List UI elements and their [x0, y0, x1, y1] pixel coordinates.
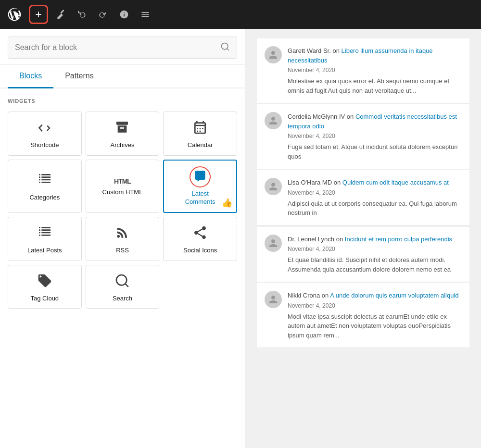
latest-comments-icon: [192, 168, 208, 186]
comment-date: November 4, 2020: [288, 188, 462, 197]
svg-rect-4: [200, 131, 201, 132]
toolbar: +: [0, 0, 481, 29]
comment-author: Lisa O'Hara MD: [288, 179, 332, 186]
tag-cloud-label: Tag Cloud: [31, 295, 59, 303]
tag-cloud-icon: [37, 273, 52, 291]
search-area: [0, 29, 245, 65]
svg-rect-0: [197, 128, 198, 129]
block-calendar[interactable]: Calendar: [163, 112, 237, 156]
comment-list: Garett Ward Sr. on Libero illum assumend…: [257, 38, 469, 349]
comment-item: Garett Ward Sr. on Libero illum assumend…: [257, 38, 469, 103]
block-shortcode[interactable]: Shortcode: [8, 112, 82, 156]
avatar: [265, 178, 282, 195]
edit-button[interactable]: [52, 6, 69, 23]
block-tabs: Blocks Patterns: [0, 65, 245, 88]
latest-posts-icon: [37, 225, 52, 243]
comment-link[interactable]: Incidunt et rem porro culpa perferendis: [345, 236, 452, 243]
rss-label: RSS: [116, 247, 129, 255]
block-tag-cloud[interactable]: Tag Cloud: [8, 265, 82, 309]
main-area: Blocks Patterns WIDGETS Shortcode: [0, 29, 481, 448]
calendar-icon: [192, 120, 208, 137]
custom-html-icon: HTML: [114, 178, 131, 185]
redo-button[interactable]: [94, 6, 112, 23]
block-latest-comments[interactable]: LatestComments 👍: [163, 160, 237, 213]
wp-logo: [6, 6, 23, 23]
block-inserter-panel: Blocks Patterns WIDGETS Shortcode: [0, 29, 245, 448]
svg-rect-3: [197, 131, 198, 132]
blocks-content: WIDGETS Shortcode: [0, 88, 245, 448]
avatar: [265, 46, 282, 63]
comment-author: Nikki Crona: [288, 292, 320, 299]
search-box[interactable]: [8, 37, 237, 59]
comment-text: Et quae blanditiis id. Suscipit nihil et…: [288, 255, 462, 274]
avatar: [265, 112, 282, 129]
archives-icon: [114, 120, 130, 137]
block-custom-html[interactable]: HTML Custom HTML: [86, 160, 160, 213]
comment-date: November 4, 2020: [288, 301, 462, 310]
categories-icon: [37, 172, 52, 190]
comment-date: November 4, 2020: [288, 132, 462, 140]
comment-date: November 4, 2020: [288, 245, 462, 253]
block-social-icons[interactable]: Social Icons: [163, 217, 237, 261]
svg-rect-2: [202, 128, 203, 129]
tab-blocks[interactable]: Blocks: [8, 65, 53, 88]
comment-item: Lisa O'Hara MD on Quidem cum odit itaque…: [257, 170, 469, 226]
comment-author: Dr. Leonel Lynch: [288, 236, 334, 243]
blocks-grid-row4: Tag Cloud Search: [8, 265, 237, 309]
comment-text: Molestiae ex quia quos error et. Ab sequ…: [288, 76, 462, 95]
comment-link[interactable]: Quidem cum odit itaque accusamus at: [342, 179, 449, 186]
comment-date: November 4, 2020: [288, 66, 462, 75]
comment-link[interactable]: A unde dolorum quis earum voluptatem ali…: [330, 292, 458, 299]
blocks-grid-row2: Categories HTML Custom HTML: [8, 160, 237, 213]
archives-label: Archives: [111, 141, 135, 149]
comment-author: Garett Ward Sr.: [288, 47, 331, 54]
social-icons-label: Social Icons: [183, 247, 217, 255]
shortcode-label: Shortcode: [30, 141, 59, 149]
latest-posts-label: Latest Posts: [27, 247, 62, 255]
comment-item: Nikki Crona on A unde dolorum quis earum…: [257, 283, 469, 348]
comment-text: Modi vitae ipsa suscipit delectus at ear…: [288, 312, 462, 340]
avatar: [265, 235, 282, 252]
comment-author: Cordelia McGlynn IV: [288, 113, 345, 120]
add-block-button[interactable]: +: [29, 5, 48, 24]
latest-comments-label: LatestComments: [185, 190, 215, 206]
search-label: Search: [113, 295, 132, 303]
search-block-icon: [114, 273, 130, 291]
info-button[interactable]: [115, 6, 133, 23]
block-categories[interactable]: Categories: [8, 160, 82, 213]
calendar-label: Calendar: [188, 141, 213, 149]
block-rss[interactable]: RSS: [86, 217, 160, 261]
avatar: [265, 291, 282, 308]
categories-label: Categories: [29, 194, 60, 202]
comment-item: Cordelia McGlynn IV on Commodi veritatis…: [257, 104, 469, 169]
search-input[interactable]: [15, 43, 220, 52]
widgets-section-label: WIDGETS: [8, 98, 237, 104]
blocks-grid-row1: Shortcode Archives: [8, 112, 237, 156]
block-search[interactable]: Search: [86, 265, 160, 309]
search-icon: [220, 42, 230, 53]
comment-item: Dr. Leonel Lynch on Incidunt et rem porr…: [257, 227, 469, 283]
comment-text: Fuga sed totam et. Atque ut incidunt sol…: [288, 142, 462, 161]
content-panel: Garett Ward Sr. on Libero illum assumend…: [245, 29, 481, 448]
list-view-button[interactable]: [137, 6, 154, 23]
svg-rect-1: [200, 128, 201, 129]
shortcode-icon: [37, 120, 52, 137]
block-archives[interactable]: Archives: [86, 112, 160, 156]
blocks-grid-row3: Latest Posts RSS: [8, 217, 237, 261]
comment-text: Adipisci quia ut ut corporis consequatur…: [288, 199, 462, 218]
undo-button[interactable]: [73, 6, 90, 23]
social-icons-icon: [192, 225, 208, 243]
rss-icon: [114, 225, 130, 243]
block-latest-posts[interactable]: Latest Posts: [8, 217, 82, 261]
custom-html-label: Custom HTML: [102, 188, 143, 197]
tab-patterns[interactable]: Patterns: [53, 65, 105, 88]
